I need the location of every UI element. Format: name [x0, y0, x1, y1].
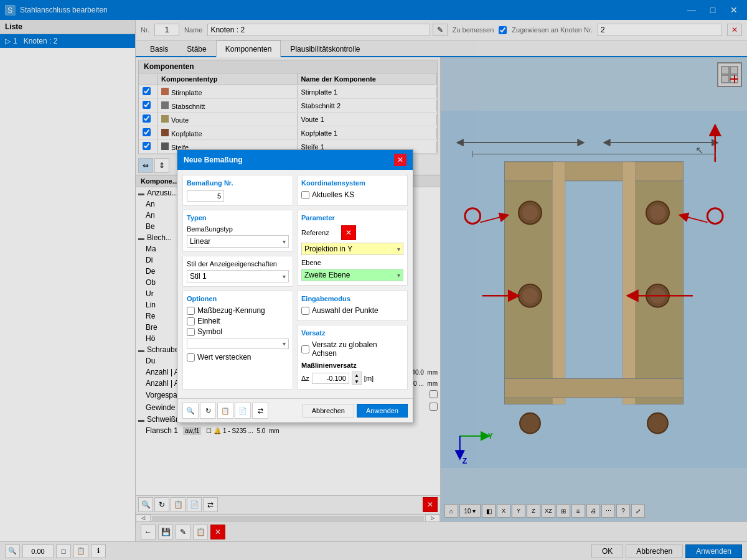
stil-label: Stil der Anzeigeeigenschaften: [187, 260, 289, 268]
symbol-row: Symbol: [187, 327, 289, 336]
symbol-dropdown[interactable]: ▾: [187, 338, 289, 349]
wert-verstecken-checkbox[interactable]: [187, 353, 195, 362]
stil-value: Stil 1: [190, 272, 207, 281]
dropdown-arrow: ▾: [283, 340, 286, 347]
dropdown-arrow: ▾: [397, 246, 400, 253]
aktuelles-ks-checkbox[interactable]: [301, 191, 309, 199]
delta-z-label: Δz: [301, 375, 309, 382]
koordinatensystem-title: Koordinatensystem: [301, 179, 403, 187]
right-options-section: Eingabemodus Auswahl der Punkte Versatz …: [297, 291, 408, 393]
neue-bemassungsdialog: Neue Bemaßung ✕ Bemaßung Nr. Koordinaten…: [177, 149, 413, 423]
auswahl-checkbox[interactable]: [301, 307, 309, 315]
auswahl-row: Auswahl der Punkte: [301, 306, 403, 315]
dialog-titlebar: Neue Bemaßung ✕: [177, 150, 413, 170]
delta-z-spinner[interactable]: ▲ ▼: [352, 371, 362, 385]
massbezug-checkbox[interactable]: [187, 307, 195, 315]
wert-verstecken-label: Wert verstecken: [197, 353, 251, 362]
parameter-inner: Parameter Referenz ✕ Projektion in Y ▾ E…: [297, 210, 408, 286]
bemassungsnr-section: Bemaßung Nr.: [182, 175, 293, 206]
ebene-label: Ebene: [301, 259, 403, 266]
referenz-label: Referenz: [301, 229, 339, 236]
aktuelles-ks-row: Aktuelles KS: [301, 190, 403, 199]
footer-paste-btn[interactable]: 📄: [235, 403, 251, 419]
optionen-section: Optionen Maßbezug-Kennung Einheit Symbol: [182, 291, 293, 390]
referenz-dropdown-wrap: Projektion in Y ▾: [301, 243, 403, 255]
dialog-bottom-row: Optionen Maßbezug-Kennung Einheit Symbol: [182, 291, 408, 393]
spinner-down[interactable]: ▼: [352, 378, 361, 385]
typen-inner: Typen Bemaßungstyp Linear ▾: [182, 210, 293, 252]
koordinatensystem-section: Koordinatensystem Aktuelles KS: [297, 175, 408, 206]
optionen-title: Optionen: [187, 295, 289, 302]
versatz-global-label: Versatz zu globalen Achsen: [312, 340, 403, 358]
ebene-dropdown[interactable]: Zweite Ebene ▾: [301, 269, 403, 281]
footer-add-btn[interactable]: ↻: [200, 403, 216, 419]
stil-section: Stil der Anzeigeeigenschaften Stil 1 ▾: [182, 256, 293, 287]
dialog-title: Neue Bemaßung: [184, 156, 243, 164]
spinner-up[interactable]: ▲: [352, 372, 361, 378]
versatz-section: Versatz Versatz zu globalen Achsen Maßli…: [297, 325, 408, 390]
parameter-section: Parameter Referenz ✕ Projektion in Y ▾ E…: [297, 210, 408, 291]
dropdown-arrow: ▾: [283, 273, 286, 280]
massbezug-row: Maßbezug-Kennung: [187, 306, 289, 315]
bemassungstyp-value: Linear: [190, 237, 210, 246]
dropdown-arrow: ▾: [397, 272, 400, 279]
auswahl-label: Auswahl der Punkte: [312, 306, 378, 315]
ebene-value: Zweite Ebene: [304, 271, 350, 279]
referenz-dropdown[interactable]: Projektion in Y ▾: [301, 243, 403, 255]
dialog-footer-icons: 🔍 ↻ 📋 📄 ⇄: [182, 403, 300, 419]
typen-section: Typen Bemaßungstyp Linear ▾ Stil der Anz…: [182, 210, 293, 291]
referenz-value: Projektion in Y: [304, 245, 352, 253]
einheit-label: Einheit: [197, 317, 220, 325]
symbol-checkbox[interactable]: [187, 328, 195, 336]
versatz-title: Versatz: [301, 329, 403, 337]
dialog-middle-row: Typen Bemaßungstyp Linear ▾ Stil der Anz…: [182, 210, 408, 291]
symbol-dropdown-wrap: ▾: [187, 338, 289, 349]
typen-title: Typen: [187, 214, 289, 222]
dialog-anwenden-button[interactable]: Anwenden: [357, 404, 408, 418]
aktuelles-ks-label: Aktuelles KS: [312, 190, 354, 199]
eingabemodus-title: Eingabemodus: [301, 295, 403, 302]
parameter-title: Parameter: [301, 214, 403, 222]
bemassungstyp-label: Bemaßungstyp: [187, 225, 289, 233]
delta-z-row: Δz ▲ ▼ [m]: [301, 371, 403, 385]
dropdown-arrow: ▾: [283, 238, 286, 245]
footer-link-btn[interactable]: ⇄: [252, 403, 268, 419]
bemassungsnr-title: Bemaßung Nr.: [187, 179, 289, 187]
footer-copy-btn[interactable]: 📋: [217, 403, 233, 419]
dialog-footer: 🔍 ↻ 📋 📄 ⇄ Abbrechen Anwenden: [177, 398, 413, 422]
einheit-row: Einheit: [187, 317, 289, 325]
einheit-checkbox[interactable]: [187, 317, 195, 325]
dialog-content: Bemaßung Nr. Koordinatensystem Aktuelles…: [177, 170, 413, 398]
eingabemodus-section: Eingabemodus Auswahl der Punkte: [297, 291, 408, 321]
bemassungsnr-input[interactable]: [187, 190, 224, 202]
versatz-global-row: Versatz zu globalen Achsen: [301, 340, 403, 358]
dialog-abbrechen-button[interactable]: Abbrechen: [303, 404, 354, 418]
stil-dropdown[interactable]: Stil 1 ▾: [187, 270, 289, 282]
dialog-close-button[interactable]: ✕: [394, 154, 406, 166]
massbezug-label: Maßbezug-Kennung: [197, 306, 265, 315]
referenz-row: Referenz ✕: [301, 225, 403, 240]
bemassungstyp-dropdown[interactable]: Linear ▾: [187, 235, 289, 248]
dialog-top-row: Bemaßung Nr. Koordinatensystem Aktuelles…: [182, 175, 408, 210]
dialog-overlay: Neue Bemaßung ✕ Bemaßung Nr. Koordinaten…: [0, 0, 747, 560]
footer-search-btn[interactable]: 🔍: [182, 403, 199, 419]
delta-z-unit: [m]: [364, 375, 374, 382]
symbol-label: Symbol: [197, 327, 222, 336]
delta-z-input[interactable]: [312, 373, 349, 384]
param-delete-btn[interactable]: ✕: [341, 225, 356, 240]
versatz-global-checkbox[interactable]: [301, 345, 309, 353]
wert-verstecken-row: Wert verstecken: [187, 353, 289, 362]
masslinienversatz-label: Maßlinienversatz: [301, 362, 403, 369]
